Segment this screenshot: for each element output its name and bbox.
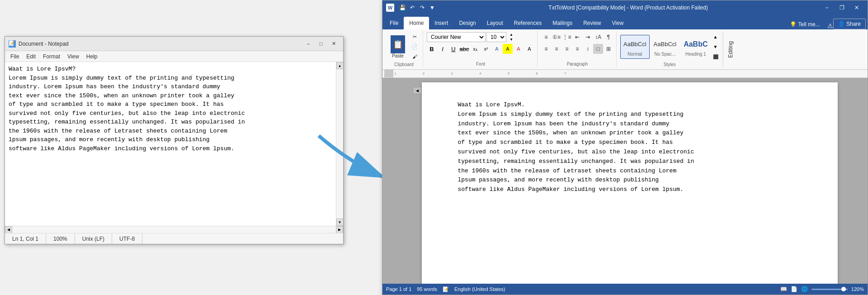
notepad-menu-file[interactable]: File: [7, 52, 23, 61]
italic-button[interactable]: I: [438, 44, 448, 54]
view-read-button[interactable]: 📖: [780, 286, 787, 292]
align-center-button[interactable]: ≡: [552, 44, 561, 54]
notepad-menubar: File Edit Format View Help: [5, 51, 343, 62]
notepad-scroll-x-track[interactable]: [12, 226, 336, 233]
notepad-scroll-up[interactable]: ▲: [336, 62, 344, 69]
tab-view[interactable]: View: [607, 17, 629, 29]
show-formatting-button[interactable]: ¶: [604, 32, 613, 42]
tab-references[interactable]: References: [509, 17, 547, 29]
notepad-scrollbar-y[interactable]: ▲ ▼: [336, 62, 343, 226]
style-no-spacing-preview: AaBbCcl: [654, 37, 677, 52]
border-button[interactable]: ⊞: [604, 44, 613, 54]
tab-review[interactable]: Review: [578, 17, 606, 29]
justify-button[interactable]: ≡: [572, 44, 582, 54]
word-app-icon: W: [386, 4, 394, 12]
tell-me-label: Tell me...: [798, 21, 820, 28]
tab-design[interactable]: Design: [453, 17, 481, 29]
notepad-title: Document - Notepad: [19, 41, 302, 47]
notepad-scroll-right[interactable]: ▶: [336, 226, 343, 233]
status-page: Page 1 of 1: [386, 286, 411, 292]
tell-me-box[interactable]: 💡 Tell me...: [786, 19, 824, 29]
notepad-close-button[interactable]: ✕: [328, 39, 340, 48]
decrease-indent-button[interactable]: ⇤: [572, 32, 582, 42]
notepad-scroll-track[interactable]: [336, 69, 343, 219]
notepad-menu-edit[interactable]: Edit: [23, 52, 39, 61]
word-minimize-button[interactable]: −: [820, 0, 834, 15]
font-size-select[interactable]: 10.5: [486, 32, 506, 42]
paragraph-row1: ≡ ①≡ ⋮≡ ⇤ ⇥ ↕A ¶: [541, 32, 613, 42]
share-button[interactable]: 👤 Share: [833, 19, 866, 29]
sort-button[interactable]: ↕A: [593, 32, 603, 42]
font-size-increase[interactable]: ▲: [507, 33, 515, 37]
notepad-menu-view[interactable]: View: [64, 52, 83, 61]
align-left-button[interactable]: ≡: [541, 44, 551, 54]
style-no-spacing[interactable]: AaBbCcl No Spac...: [651, 35, 680, 59]
style-heading1[interactable]: AaBbC Heading 1: [680, 35, 711, 59]
notepad-text-area[interactable]: Waat is Lore IpsvM? Lorem Ipsum is simpl…: [5, 62, 336, 226]
notepad-scroll-left[interactable]: ◀: [5, 226, 12, 233]
clipboard-label: Clipboard: [388, 61, 420, 67]
word-document-area[interactable]: ◀ Waat is Lore IpsvM. Lorem Ipsum is sim…: [382, 78, 868, 284]
increase-indent-button[interactable]: ⇥: [583, 32, 593, 42]
word-page[interactable]: Waat is Lore IpsvM. Lorem Ipsum is simpl…: [422, 82, 838, 284]
multilevel-button[interactable]: ⋮≡: [562, 32, 572, 42]
notepad-scrollbar-x[interactable]: ◀ ▶: [5, 226, 343, 233]
word-restore-button[interactable]: ❐: [835, 0, 849, 15]
status-language: English (United States): [454, 286, 505, 292]
numbering-button[interactable]: ①≡: [552, 32, 561, 42]
ribbon-group-clipboard: 📋 Paste ✂ 📄 🖌 Clipboard: [385, 31, 423, 67]
cut-button[interactable]: ✂: [409, 32, 420, 41]
word-customize-qs-button[interactable]: ▼: [428, 3, 437, 12]
underline-button[interactable]: U: [448, 44, 458, 54]
word-page-content[interactable]: Waat is Lore IpsvM. Lorem Ipsum is simpl…: [458, 100, 802, 195]
styles-more[interactable]: ⬛: [712, 52, 719, 61]
tab-mailings[interactable]: Mailings: [547, 17, 578, 29]
tab-layout[interactable]: Layout: [481, 17, 509, 29]
ruler-numbers: 1 2 3 4 5 6 7: [394, 71, 579, 76]
highlight-button[interactable]: A: [503, 44, 513, 54]
word-close-button[interactable]: ✕: [849, 0, 864, 15]
font-name-select[interactable]: Courier New: [427, 32, 486, 42]
font-clear-button[interactable]: A: [524, 44, 534, 54]
styles-scroll-up[interactable]: ▲: [712, 32, 719, 41]
bullets-button[interactable]: ≡: [541, 32, 551, 42]
text-effects-button[interactable]: A: [492, 44, 502, 54]
shading-button[interactable]: □: [593, 44, 603, 54]
view-web-button[interactable]: 🌐: [801, 286, 808, 292]
view-print-button[interactable]: 📄: [791, 286, 797, 292]
tab-file[interactable]: File: [384, 17, 404, 29]
word-save-button[interactable]: 💾: [398, 3, 407, 12]
word-redo-button[interactable]: ↷: [418, 3, 427, 12]
notepad-maximize-button[interactable]: □: [315, 39, 327, 48]
format-painter-button[interactable]: 🖌: [409, 52, 420, 61]
word-title: TxtToWord [Compatibility Mode] - Word (P…: [437, 5, 820, 11]
paste-icon: 📋: [391, 35, 405, 53]
styles-scroll-down[interactable]: ▼: [712, 42, 719, 51]
zoom-thumb: [841, 287, 846, 291]
font-color-button[interactable]: A: [514, 44, 524, 54]
align-right-button[interactable]: ≡: [562, 44, 572, 54]
clipboard-small-buttons: ✂ 📄 🖌: [409, 32, 420, 61]
copy-button[interactable]: 📄: [409, 42, 420, 51]
zoom-slider[interactable]: [811, 289, 848, 290]
word-undo-button[interactable]: ↶: [408, 3, 417, 12]
styles-scroll-buttons: ▲ ▼ ⬛: [712, 32, 719, 61]
notepad-minimize-button[interactable]: −: [302, 39, 314, 48]
bold-button[interactable]: B: [427, 44, 437, 54]
style-normal[interactable]: AaBbCcl Normal: [620, 35, 650, 59]
subscript-button[interactable]: x₂: [470, 44, 480, 54]
notepad-scroll-down[interactable]: ▼: [336, 219, 344, 226]
notepad-status-encoding: UTF-8: [112, 233, 142, 244]
warning-icon: ⚠: [827, 22, 833, 29]
strikethrough-button[interactable]: abc: [459, 44, 469, 54]
font-size-decrease[interactable]: ▼: [507, 38, 515, 42]
superscript-button[interactable]: x²: [481, 44, 491, 54]
tab-home[interactable]: Home: [404, 17, 429, 29]
paste-label: Paste: [392, 53, 404, 58]
editing-label: Editing: [727, 41, 734, 58]
notepad-menu-format[interactable]: Format: [39, 52, 64, 61]
tab-insert[interactable]: Insert: [429, 17, 453, 29]
notepad-menu-help[interactable]: Help: [83, 52, 101, 61]
paste-button[interactable]: 📋 Paste: [388, 33, 408, 60]
line-spacing-button[interactable]: ↕: [583, 44, 593, 54]
